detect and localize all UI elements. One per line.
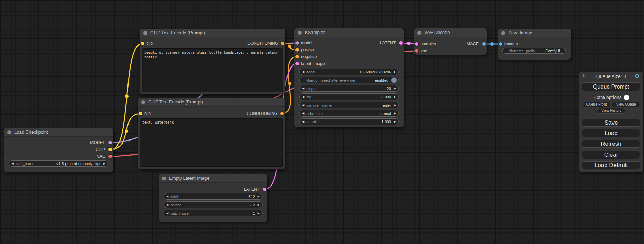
load-default-button[interactable]: Load Default xyxy=(582,161,640,169)
collapse-dot-icon[interactable] xyxy=(162,177,166,180)
input-slot-model[interactable] xyxy=(295,41,299,45)
increment-arrow-icon[interactable]: ▶ xyxy=(394,102,396,108)
toggle-knob-icon[interactable] xyxy=(391,77,397,83)
node-title-bar[interactable]: Empty Latent Image xyxy=(159,174,267,183)
increment-arrow-icon[interactable]: ▶ xyxy=(258,193,260,200)
node-title-bar[interactable]: Load Checkpoint xyxy=(4,128,113,137)
output-slot-clip[interactable] xyxy=(108,148,112,151)
input-slot-vae[interactable] xyxy=(415,49,418,53)
decrement-arrow-icon[interactable]: ◀ xyxy=(302,85,304,92)
node-title-bar[interactable]: CLIP Text Encode (Prompt) xyxy=(138,98,285,107)
increment-arrow-icon[interactable]: ▶ xyxy=(103,160,105,167)
widget-value: normal xyxy=(379,111,391,116)
widget-height[interactable]: ◀ height 512 ▶ xyxy=(164,201,263,208)
output-slot-vae[interactable] xyxy=(108,155,112,158)
widget-value: v1-5-pruned-emaonly.ckpt xyxy=(56,162,100,166)
load-button[interactable]: Load xyxy=(582,129,640,137)
collapse-dot-icon[interactable] xyxy=(298,31,302,35)
output-slot-image[interactable] xyxy=(482,42,486,46)
increment-arrow-icon[interactable]: ▶ xyxy=(394,69,396,75)
node-save-image[interactable]: Save Image images filename_prefix ComfyU… xyxy=(498,29,571,60)
input-label-model: model xyxy=(301,40,312,45)
clear-button[interactable]: Clear xyxy=(582,151,640,159)
decrement-arrow-icon[interactable]: ◀ xyxy=(166,210,168,216)
decrement-arrow-icon[interactable]: ◀ xyxy=(302,110,304,117)
widget-seed[interactable]: ◀ seed 156680208700286 ▶ xyxy=(299,69,399,75)
widget-batch-size[interactable]: ◀ batch_size 1 ▶ xyxy=(164,210,263,216)
queue-size-label: Queue size: 0 xyxy=(579,74,643,79)
node-empty-latent-image[interactable]: Empty Latent Image LATENT ◀ width 512 ▶ … xyxy=(159,174,267,222)
queue-prompt-button[interactable]: Queue Prompt xyxy=(582,82,640,91)
output-slot-conditioning[interactable] xyxy=(281,42,284,45)
decrement-arrow-icon[interactable]: ◀ xyxy=(11,160,14,167)
output-slot-latent[interactable] xyxy=(399,41,403,45)
node-vae-decode[interactable]: VAE Decode samples vae IMAGE xyxy=(414,28,487,55)
output-label-latent: LATENT xyxy=(380,40,396,45)
widget-scheduler[interactable]: ◀ scheduler normal ▶ xyxy=(299,110,399,117)
save-button[interactable]: Save xyxy=(582,119,640,127)
node-clip-text-encode-positive[interactable]: CLIP Text Encode (Prompt) clip CONDITION… xyxy=(140,29,285,94)
node-load-checkpoint[interactable]: Load Checkpoint MODEL CLIP VAE ◀ ckpt_na… xyxy=(4,128,113,172)
collapse-dot-icon[interactable] xyxy=(417,31,421,35)
decrement-arrow-icon[interactable]: ◀ xyxy=(302,69,304,75)
widget-ckpt-name[interactable]: ◀ ckpt_name v1-5-pruned-emaonly.ckpt ▶ xyxy=(9,160,108,167)
input-label-clip: clip xyxy=(144,111,151,116)
output-label-model: MODEL xyxy=(90,140,105,145)
output-slot-latent[interactable] xyxy=(263,188,266,191)
widget-random-seed-toggle[interactable]: Random seed after every gen enabled xyxy=(299,77,399,83)
collapse-dot-icon[interactable] xyxy=(7,130,11,134)
prompt-textarea[interactable]: text, watermark xyxy=(140,118,283,167)
refresh-button[interactable]: Refresh xyxy=(582,140,640,148)
node-ksampler[interactable]: KSampler model positive negative latent_… xyxy=(294,28,404,127)
widget-label: cfg xyxy=(306,95,379,99)
input-label-vae: vae xyxy=(421,48,427,53)
decrement-arrow-icon[interactable]: ◀ xyxy=(302,118,304,125)
collapse-dot-icon[interactable] xyxy=(143,31,147,35)
node-title: Save Image xyxy=(508,30,532,35)
node-title-bar[interactable]: Save Image xyxy=(498,29,571,37)
input-slot-clip[interactable] xyxy=(141,42,144,45)
increment-arrow-icon[interactable]: ▶ xyxy=(258,210,260,216)
decrement-arrow-icon[interactable]: ◀ xyxy=(302,93,304,100)
input-slot-images[interactable] xyxy=(499,42,502,46)
node-title-bar[interactable]: KSampler xyxy=(294,28,404,37)
node-title: Empty Latent Image xyxy=(169,175,209,181)
input-slot-samples[interactable] xyxy=(415,42,418,46)
output-slot-conditioning[interactable] xyxy=(280,112,284,115)
input-slot-negative[interactable] xyxy=(295,55,299,58)
extra-options-row: Extra options xyxy=(579,94,643,100)
increment-arrow-icon[interactable]: ▶ xyxy=(258,201,260,208)
widget-cfg[interactable]: ◀ cfg 8.000 ▶ xyxy=(299,93,399,100)
view-history-button[interactable]: View History xyxy=(597,108,626,114)
extra-options-checkbox[interactable] xyxy=(624,95,629,100)
output-slot-model[interactable] xyxy=(108,141,112,144)
input-slot-clip[interactable] xyxy=(139,112,142,115)
view-queue-button[interactable]: View Queue xyxy=(612,102,640,107)
increment-arrow-icon[interactable]: ▶ xyxy=(394,118,396,125)
node-graph-canvas[interactable]: Load Checkpoint MODEL CLIP VAE ◀ ckpt_na… xyxy=(0,0,644,244)
increment-arrow-icon[interactable]: ▶ xyxy=(394,110,396,117)
prompt-textarea[interactable]: beautiful scenery nature glass bottle la… xyxy=(142,48,283,92)
increment-arrow-icon[interactable]: ▶ xyxy=(394,85,396,92)
node-title-bar[interactable]: VAE Decode xyxy=(414,28,487,37)
widget-filename-prefix[interactable]: filename_prefix ComfyUI xyxy=(502,48,566,54)
input-slot-latent-image[interactable] xyxy=(295,62,299,65)
widget-value: 8.000 xyxy=(381,95,391,99)
increment-arrow-icon[interactable]: ▶ xyxy=(394,93,396,100)
gear-icon[interactable]: ⚙ xyxy=(635,73,640,80)
node-clip-text-encode-negative[interactable]: CLIP Text Encode (Prompt) clip CONDITION… xyxy=(138,98,285,169)
widget-denoise[interactable]: ◀ denoise 1.000 ▶ xyxy=(299,118,399,125)
widget-label: width xyxy=(170,195,246,199)
node-title-bar[interactable]: CLIP Text Encode (Prompt) xyxy=(140,29,285,37)
widget-sampler-name[interactable]: ◀ sampler_name euler ▶ xyxy=(299,102,399,108)
decrement-arrow-icon[interactable]: ◀ xyxy=(302,102,304,108)
widget-width[interactable]: ◀ width 512 ▶ xyxy=(164,193,263,200)
widget-steps[interactable]: ◀ steps 20 ▶ xyxy=(299,85,399,92)
widget-label: batch_size xyxy=(170,211,250,215)
collapse-dot-icon[interactable] xyxy=(141,100,145,104)
decrement-arrow-icon[interactable]: ◀ xyxy=(166,201,168,208)
input-slot-positive[interactable] xyxy=(295,48,299,52)
queue-front-button[interactable]: Queue Front xyxy=(583,102,610,107)
decrement-arrow-icon[interactable]: ◀ xyxy=(166,193,168,200)
collapse-dot-icon[interactable] xyxy=(501,31,505,35)
